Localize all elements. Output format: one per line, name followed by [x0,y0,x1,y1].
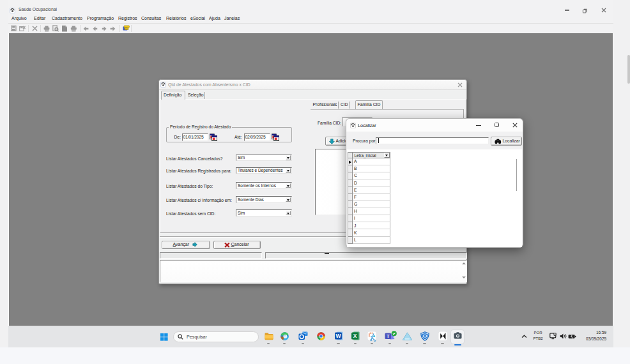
svg-text:T: T [387,333,390,339]
svg-text:W: W [335,333,341,339]
svg-text:X: X [353,333,357,339]
